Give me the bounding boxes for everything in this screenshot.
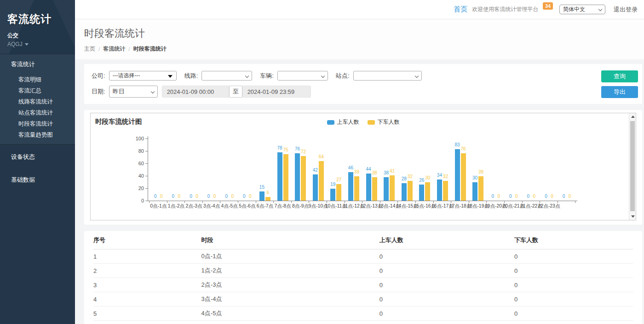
y-axis-tick-label: 80 <box>128 148 144 154</box>
col-header-alighting: 下车人数 <box>514 231 633 249</box>
table-row: 10点-1点00 <box>93 249 633 264</box>
legend-swatch-yellow <box>368 120 375 125</box>
company-select-value: ---请选择--- <box>113 72 140 80</box>
query-button[interactable]: 查询 <box>601 70 638 82</box>
table-cell: 0 <box>514 292 633 307</box>
bar-alighting <box>319 161 324 201</box>
x-axis-category-label: 22点-23点 <box>535 203 563 209</box>
sidebar-item-period-stats[interactable]: 时段客流统计 <box>0 118 75 129</box>
breadcrumb-home[interactable]: 主页 <box>84 45 95 53</box>
y-axis-tick-mark <box>145 176 148 176</box>
table-header-row: 序号 时段 上车人数 下车人数 <box>93 231 633 249</box>
bar-value-label: 15 <box>255 185 269 190</box>
date-preset-select[interactable]: 昨日 <box>109 86 158 98</box>
company-label: 公司: <box>92 72 105 80</box>
home-link[interactable]: 首页 <box>454 5 467 14</box>
sidebar-item-device-status[interactable]: 设备状态 <box>0 146 75 168</box>
sidebar-item-base-data[interactable]: 基础数据 <box>0 169 75 191</box>
period-table: 序号 时段 上车人数 下车人数 10点-1点0021点-2点0032点-3点00… <box>93 231 633 324</box>
table-cell: 3点-4点 <box>201 292 380 307</box>
filter-row-1: 公司: ---请选择--- 线路: 车辆: 站点: <box>92 71 635 81</box>
sidebar-logo-block: 客流统计 公交 AQGJ <box>0 0 75 54</box>
table-cell: 0 <box>380 307 514 321</box>
y-axis-line <box>148 136 148 201</box>
table-cell: 0 <box>380 264 514 278</box>
notification-badge[interactable]: 34 <box>543 2 553 10</box>
table-row: 43点-4点00 <box>93 292 633 307</box>
table-row: 54点-5点00 <box>93 307 633 321</box>
sidebar-item-passenger-stats[interactable]: 客流统计 <box>0 54 75 74</box>
language-select-value: 简体中文 <box>563 6 585 13</box>
breadcrumb-separator: / <box>128 46 130 52</box>
table-row: 21点-2点00 <box>93 264 633 278</box>
bar-value-label: 0 <box>243 194 257 199</box>
y-axis-tick-label: 20 <box>128 185 144 191</box>
company-select[interactable]: ---请选择--- <box>109 71 177 81</box>
scroll-down-icon[interactable] <box>629 213 636 220</box>
org-code-label: AQGJ <box>7 41 23 47</box>
bar-boarding <box>384 177 389 201</box>
logout-link[interactable]: 退出登录 <box>614 6 638 14</box>
filter-panel: 公司: ---请选择--- 线路: 车辆: 站点: <box>84 64 642 104</box>
bar-boarding <box>402 183 407 201</box>
y-axis-tick-mark <box>145 188 148 189</box>
col-header-period: 时段 <box>201 231 380 249</box>
sidebar-item-passenger-summary[interactable]: 客流汇总 <box>0 85 75 96</box>
date-range-separator: 至 <box>229 86 242 98</box>
table-cell: 0 <box>380 292 514 307</box>
date-start-input[interactable]: 2024-01-09 00:00 <box>162 86 229 98</box>
vehicle-label: 车辆: <box>260 72 274 80</box>
chart-panel: 时段车流统计图 上车人数 下车人数 020406080100000点-1点001… <box>84 110 642 225</box>
bar-value-label: 32 <box>438 174 452 179</box>
chart-legend: 上车人数 下车人数 <box>327 118 400 126</box>
breadcrumb-section[interactable]: 客流统计 <box>103 45 125 53</box>
caret-down-icon <box>25 43 29 46</box>
breadcrumb-current: 时段客流统计 <box>133 45 167 53</box>
bar-alighting <box>408 181 413 201</box>
chevron-down-icon <box>321 74 325 78</box>
sidebar-item-passenger-detail[interactable]: 客流明细 <box>0 74 75 85</box>
y-axis-tick-mark <box>145 139 148 139</box>
scrollbar-thumb[interactable] <box>630 121 635 211</box>
legend-item-alighting[interactable]: 下车人数 <box>368 118 400 126</box>
sidebar-item-station-stats[interactable]: 站点客流统计 <box>0 107 75 118</box>
y-axis-tick-label: 0 <box>128 198 144 203</box>
table-cell: 0 <box>380 321 514 324</box>
legend-item-boarding[interactable]: 上车人数 <box>327 118 359 126</box>
export-button[interactable]: 导出 <box>601 86 638 98</box>
table-cell: 2点-3点 <box>201 278 380 292</box>
table-row: 65点-6点00 <box>93 321 633 324</box>
x-axis-tick-mark <box>575 201 575 203</box>
line-select[interactable] <box>201 71 252 81</box>
date-end-input[interactable]: 2024-01-09 23:59 <box>242 86 311 98</box>
chevron-down-icon <box>245 74 249 78</box>
bar-boarding <box>419 185 424 201</box>
breadcrumb-separator: / <box>98 46 100 52</box>
station-select[interactable] <box>353 71 422 81</box>
scroll-up-icon[interactable] <box>629 113 636 120</box>
breadcrumb: 主页 / 客流统计 / 时段客流统计 <box>84 45 644 53</box>
bar-value-label: 64 <box>314 154 328 159</box>
main-area: 时段客流统计 主页 / 客流统计 / 时段客流统计 公司: ---请选择--- … <box>75 19 644 324</box>
vehicle-select[interactable] <box>277 71 328 81</box>
topbar: 首页 欢迎使用客流统计管理平台 34 简体中文 退出登录 <box>75 0 644 19</box>
table-cell: 0 <box>514 264 633 278</box>
table-cell: 1 <box>93 249 201 264</box>
y-axis-tick-mark <box>145 163 148 164</box>
table-cell: 3 <box>93 278 201 292</box>
table-cell: 6 <box>93 321 201 324</box>
dropdown-arrow-icon <box>168 75 172 78</box>
bar-value-label: 6 <box>261 190 275 195</box>
table-cell: 2 <box>93 264 201 278</box>
table-cell: 0点-1点 <box>201 249 380 264</box>
table-body: 10点-1点0021点-2点0032点-3点0043点-4点0054点-5点00… <box>93 249 633 324</box>
org-code-dropdown[interactable]: AQGJ <box>7 41 75 47</box>
sidebar-item-line-stats[interactable]: 线路客流统计 <box>0 96 75 107</box>
chart-title: 时段车流统计图 <box>95 117 142 126</box>
language-select[interactable]: 简体中文 <box>559 5 605 14</box>
sidebar-item-trend-chart[interactable]: 客流量趋势图 <box>0 129 75 140</box>
chart-vertical-scrollbar[interactable] <box>629 113 636 220</box>
content: 公司: ---请选择--- 线路: 车辆: 站点: <box>75 59 644 324</box>
bar-value-label: 76 <box>456 146 470 151</box>
org-name: 公交 <box>7 32 75 40</box>
